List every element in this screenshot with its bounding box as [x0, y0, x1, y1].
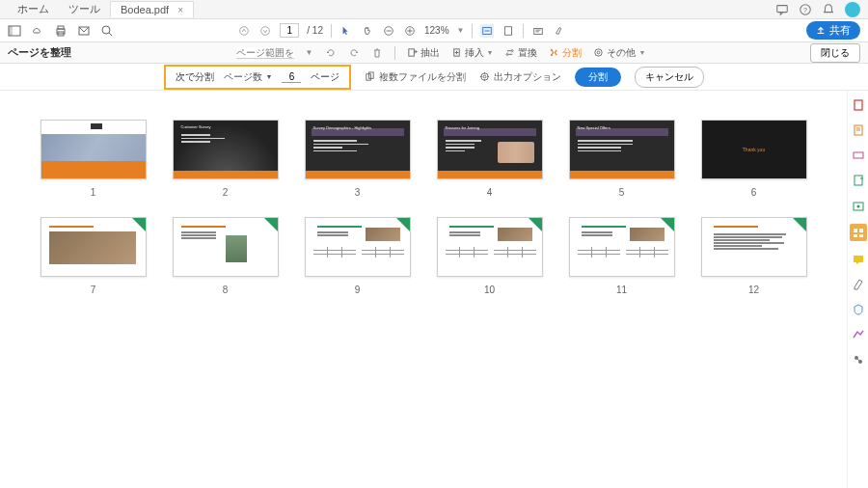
- svg-point-20: [551, 54, 553, 56]
- trash-icon[interactable]: [371, 47, 383, 59]
- zoom-value[interactable]: 123%: [424, 25, 449, 36]
- annotate-icon[interactable]: [531, 24, 545, 38]
- share-button[interactable]: 共有: [806, 21, 860, 40]
- highlight-icon[interactable]: [553, 24, 566, 38]
- select-tool-icon[interactable]: [339, 24, 353, 38]
- tab-tools[interactable]: ツール: [59, 0, 110, 18]
- replace-label: 置換: [518, 46, 537, 60]
- close-organize-button[interactable]: 閉じる: [810, 43, 860, 63]
- output-options-label: 出力オプション: [494, 70, 561, 84]
- organize-tools: ▼ 抽出 挿入▼ 置換 分割 その他▼: [236, 46, 646, 60]
- cloud-icon[interactable]: [31, 24, 44, 38]
- split-button[interactable]: 分割: [549, 46, 582, 60]
- hand-tool-icon[interactable]: [361, 24, 374, 38]
- page-thumb-1[interactable]: 1: [39, 120, 148, 198]
- svg-rect-27: [854, 100, 862, 110]
- page-down-icon[interactable]: [258, 24, 272, 38]
- thumb-num: 10: [484, 285, 495, 295]
- thumb-num: 4: [487, 187, 493, 198]
- split-mode-select[interactable]: ページ数▼: [224, 70, 273, 84]
- page-thumb-4[interactable]: Reasons for Joining4: [435, 120, 544, 198]
- output-options-button[interactable]: 出力オプション: [479, 70, 561, 84]
- page-thumb-11[interactable]: 11: [567, 217, 676, 295]
- svg-point-21: [595, 49, 602, 56]
- page-thumb-5[interactable]: New Special Offers5: [567, 120, 676, 198]
- side-tool-1[interactable]: [852, 98, 865, 112]
- page-total: / 12: [307, 25, 323, 36]
- page-thumb-9[interactable]: 9: [303, 217, 412, 295]
- toolbar-left: [8, 24, 114, 38]
- side-tool-2[interactable]: [852, 123, 865, 137]
- svg-rect-6: [58, 26, 64, 29]
- page-thumb-6[interactable]: Thank you6: [699, 120, 808, 198]
- split-multiple-button[interactable]: 複数ファイルを分割: [365, 70, 466, 84]
- fit-width-icon[interactable]: [480, 24, 494, 38]
- page-thumb-12[interactable]: 12: [699, 217, 808, 295]
- other-button[interactable]: その他▼: [593, 46, 645, 60]
- range-dropdown-icon[interactable]: ▼: [306, 48, 313, 57]
- rotate-ccw-icon[interactable]: [325, 47, 337, 59]
- split-confirm-button[interactable]: 分割: [575, 68, 621, 87]
- svg-point-11: [261, 26, 270, 35]
- divider: [523, 24, 524, 38]
- close-tab-icon[interactable]: ×: [177, 5, 183, 15]
- side-tool-5[interactable]: [852, 199, 865, 212]
- thumb-num: 7: [91, 285, 96, 295]
- side-tool-8[interactable]: [852, 278, 865, 291]
- page-thumb-10[interactable]: 10: [435, 217, 544, 295]
- side-tool-6[interactable]: [850, 224, 867, 241]
- thumb-num: 12: [748, 285, 759, 295]
- zoom-dropdown-icon[interactable]: ▼: [457, 26, 465, 35]
- side-tool-9[interactable]: [852, 303, 865, 316]
- share-label: 共有: [829, 23, 851, 38]
- page-thumb-8[interactable]: 8: [171, 217, 280, 295]
- bell-icon[interactable]: [822, 3, 835, 16]
- rotate-cw-icon[interactable]: [348, 47, 360, 59]
- thumbnail-grid-area: 1 Customer Survey2 Survey Demographics -…: [0, 91, 847, 488]
- svg-point-19: [551, 49, 553, 51]
- svg-rect-17: [408, 49, 414, 56]
- replace-button[interactable]: 置換: [504, 46, 537, 60]
- page-thumb-3[interactable]: Survey Demographics - Highlights3: [303, 120, 412, 198]
- sidebar-toggle-icon[interactable]: [8, 24, 21, 38]
- zoom-in-icon[interactable]: [403, 24, 417, 38]
- cancel-button[interactable]: キャンセル: [635, 67, 704, 88]
- svg-point-26: [484, 75, 487, 78]
- page-up-icon[interactable]: [237, 24, 251, 38]
- svg-text:?: ?: [803, 6, 807, 13]
- zoom-out-icon[interactable]: [382, 24, 395, 38]
- mail-icon[interactable]: [77, 24, 91, 38]
- thumb-num: 1: [91, 187, 96, 198]
- side-tool-7[interactable]: [852, 253, 865, 266]
- extract-button[interactable]: 抽出: [407, 46, 440, 60]
- split-unit-label: ページ: [311, 70, 339, 84]
- split-value-input[interactable]: [282, 71, 301, 83]
- thumb-num: 11: [616, 285, 627, 295]
- split-multiple-label: 複数ファイルを分割: [379, 70, 466, 84]
- side-tool-10[interactable]: [852, 328, 865, 341]
- page-range-input[interactable]: [236, 47, 294, 59]
- tab-file-label: Bodea.pdf: [121, 4, 169, 15]
- insert-button[interactable]: 挿入▼: [451, 46, 494, 60]
- right-sidebar: [847, 91, 868, 488]
- page-thumb-7[interactable]: 7: [39, 217, 148, 295]
- fit-page-icon[interactable]: [502, 24, 515, 38]
- side-tool-3[interactable]: [852, 149, 865, 162]
- page-number-input[interactable]: [280, 23, 299, 38]
- svg-rect-15: [505, 26, 512, 35]
- help-icon[interactable]: ?: [799, 3, 812, 16]
- svg-rect-30: [854, 176, 862, 185]
- tab-file[interactable]: Bodea.pdf ×: [110, 1, 194, 17]
- content-wrap: 1 Customer Survey2 Survey Demographics -…: [0, 91, 868, 488]
- page-thumb-2[interactable]: Customer Survey2: [171, 120, 280, 198]
- side-tool-4[interactable]: [852, 174, 865, 187]
- tab-home[interactable]: ホーム: [8, 0, 59, 18]
- side-tool-11[interactable]: [852, 353, 865, 366]
- print-icon[interactable]: [54, 24, 68, 38]
- svg-rect-29: [854, 152, 863, 158]
- chat-icon[interactable]: [775, 3, 789, 16]
- avatar[interactable]: [845, 2, 860, 17]
- toolbar-center: / 12 123% ▼: [237, 23, 566, 38]
- split-label: 分割: [562, 46, 582, 60]
- search-icon[interactable]: [100, 24, 114, 38]
